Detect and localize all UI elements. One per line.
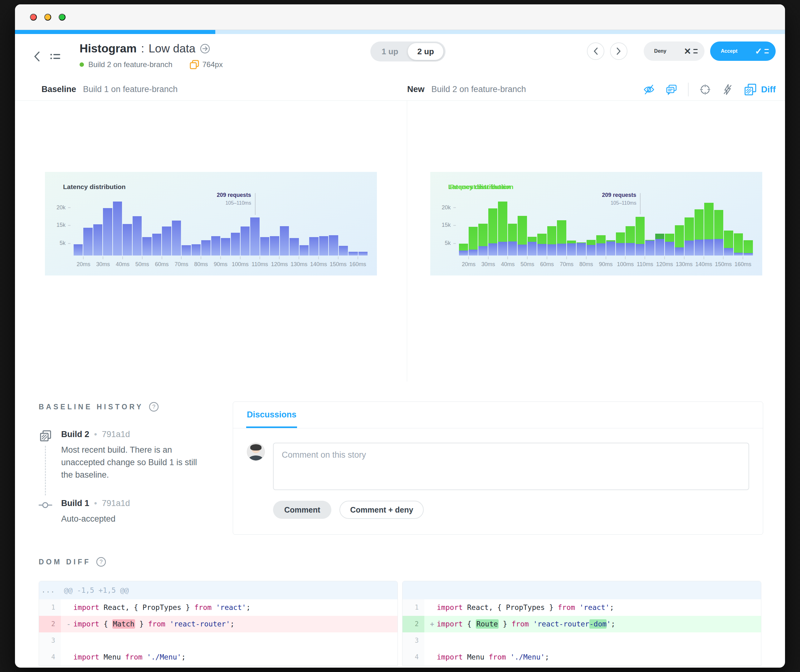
histogram-bar — [744, 190, 753, 256]
diff-line-number: 4 — [39, 649, 61, 666]
dom-diff-old-pane: ...@@ -1,5 +1,5 @@1 import React, { Prop… — [39, 581, 398, 666]
histogram-bar — [459, 190, 468, 256]
x-axis-tick: 100ms — [617, 256, 634, 268]
histogram-bar — [645, 190, 654, 256]
comment-button[interactable]: Comment — [273, 501, 331, 519]
diff-toggle-label[interactable]: Diff — [761, 85, 776, 94]
diff-line-number: 2 — [39, 616, 61, 632]
svg-text:?: ? — [99, 559, 102, 565]
x-axis-tick: 80ms — [579, 256, 593, 268]
accept-batch-icon[interactable]: ✓ — [748, 45, 776, 57]
x-axis-tick: 80ms — [194, 256, 208, 268]
diff-icon[interactable] — [744, 83, 757, 96]
histogram-bar — [498, 190, 507, 256]
diff-line-number: 4 — [403, 649, 424, 666]
diff-code-row: 2+import { Route } from 'react-router-do… — [403, 616, 761, 632]
histogram-bar — [309, 190, 318, 256]
dom-diff-section: DOM DIFF ? ...@@ -1,5 +1,5 @@1 import Re… — [39, 557, 761, 666]
accept-button[interactable]: Accept — [710, 42, 748, 61]
histogram-bar — [528, 190, 537, 256]
x-axis-tick: 160ms — [349, 256, 366, 268]
histogram-bar — [74, 190, 83, 256]
histogram-bar — [319, 190, 328, 256]
zoom-window-button[interactable] — [59, 14, 66, 21]
comment-input[interactable] — [273, 443, 749, 490]
flash-off-icon[interactable] — [722, 83, 734, 96]
diff-line-number: 3 — [403, 632, 424, 649]
x-axis-tick: 120ms — [656, 256, 673, 268]
histogram-bar — [734, 190, 743, 256]
histogram-bar — [290, 190, 299, 256]
back-button[interactable] — [33, 50, 41, 63]
histogram-bar — [488, 190, 498, 256]
x-axis-tick: 60ms — [155, 256, 169, 268]
window-titlebar — [15, 4, 785, 30]
baseline-history-title: BASELINE HISTORY — [39, 403, 144, 411]
commit-icon — [39, 501, 53, 510]
story-name: Low data — [149, 42, 195, 55]
histogram-bar — [675, 190, 684, 256]
stories-list-icon[interactable] — [49, 50, 61, 63]
close-window-button[interactable] — [30, 14, 37, 21]
discussions-card: Discussions Comment Comment + deny — [233, 402, 763, 535]
diff-line-number: 1 — [403, 599, 424, 616]
histogram-bar — [260, 190, 269, 256]
focus-icon[interactable] — [699, 83, 711, 96]
x-axis-tick: 130ms — [291, 256, 307, 268]
new-snapshot-diff-image: Latency distributionRequest distribution… — [430, 172, 762, 275]
comments-icon[interactable] — [666, 83, 677, 96]
history-entry-build-2: Build 2 • 791a1d Most recent build. Ther… — [39, 430, 213, 481]
y-axis-tick-label: 5k — [445, 240, 456, 246]
deny-batch-icon[interactable]: ✕ — [677, 45, 704, 57]
chart-title-diff-layer: Request distribution — [450, 183, 514, 190]
build-progress-bar — [15, 30, 785, 34]
deny-button[interactable]: Deny — [644, 42, 677, 61]
x-axis-tick: 50ms — [520, 256, 534, 268]
story-title-separator: : — [141, 42, 144, 55]
x-axis-tick: 20ms — [462, 256, 475, 268]
tab-discussions[interactable]: Discussions — [246, 402, 297, 428]
help-icon[interactable]: ? — [149, 402, 159, 412]
help-icon[interactable]: ? — [96, 557, 106, 567]
y-axis-tick-label: 5k — [59, 240, 70, 246]
prev-snapshot-button[interactable] — [587, 42, 604, 60]
avatar — [247, 443, 265, 461]
x-axis-tick: 110ms — [637, 256, 653, 268]
x-axis-tick: 160ms — [734, 256, 751, 268]
chart-plot-area: 5k15k20k20ms30ms40ms50ms60ms70ms80ms90ms… — [459, 190, 753, 256]
story-component-title: Histogram — [80, 42, 137, 55]
y-axis-tick-label: 15k — [442, 222, 456, 228]
dot-separator: • — [94, 499, 97, 508]
toggle-2up[interactable]: 2 up — [408, 43, 443, 60]
open-story-icon[interactable] — [200, 43, 210, 54]
build-label: Build 2 on feature-branch — [88, 60, 173, 69]
hide-baseline-icon[interactable] — [643, 83, 655, 96]
toggle-1up[interactable]: 1 up — [372, 43, 408, 60]
layout-toggle: 1 up 2 up — [370, 42, 446, 61]
chart-annotation: 209 requests105–110ms — [537, 192, 636, 206]
diff-line-number: 1 — [39, 599, 61, 616]
histogram-bar — [469, 190, 478, 256]
diff-line-number: 2 — [403, 616, 424, 632]
x-axis-tick: 100ms — [232, 256, 249, 268]
dom-diff-panes: ...@@ -1,5 +1,5 @@1 import React, { Prop… — [39, 581, 761, 666]
chart-title: Latency distribution — [63, 183, 126, 190]
next-snapshot-button[interactable] — [610, 42, 627, 60]
x-axis-tick: 150ms — [715, 256, 732, 268]
histogram-bar — [694, 190, 704, 256]
histogram-bar — [339, 190, 348, 256]
minimize-window-button[interactable] — [44, 14, 51, 21]
histogram-bar — [704, 190, 713, 256]
y-axis-tick-label: 15k — [56, 222, 70, 228]
x-axis-tick: 20ms — [77, 256, 90, 268]
diff-hunk-row: ...@@ -1,5 +1,5 @@ — [39, 581, 397, 599]
timeline-connector — [45, 446, 46, 495]
histogram-bar — [83, 190, 92, 256]
deny-button-group: Deny ✕ — [644, 42, 705, 61]
viewport-size: 764px — [203, 60, 223, 69]
comment-deny-button[interactable]: Comment + deny — [339, 501, 424, 519]
annotation-line — [640, 193, 640, 214]
history-entry-text: Most recent build. There is an unaccepte… — [61, 444, 208, 481]
annotation-label: 209 requests — [152, 192, 251, 198]
diff-code-row: 1 import React, { PropTypes } from 'reac… — [39, 599, 397, 616]
